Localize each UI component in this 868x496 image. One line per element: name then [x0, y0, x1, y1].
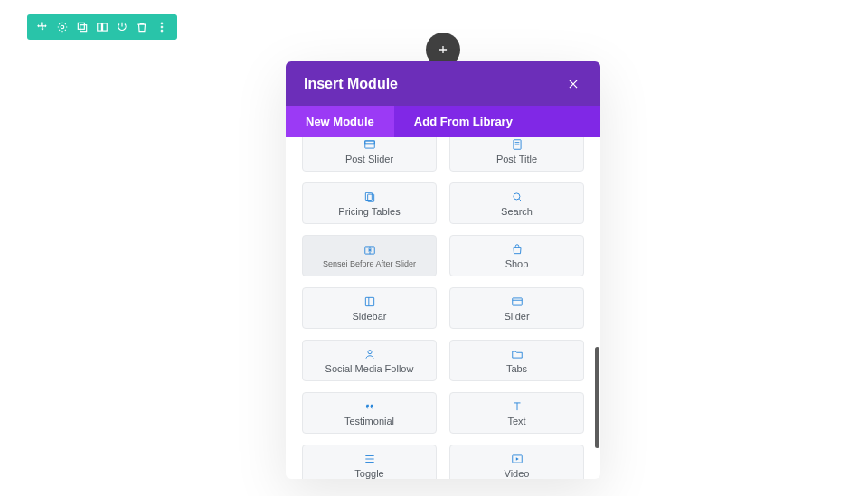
scrollbar-thumb[interactable]	[595, 347, 599, 448]
svg-rect-15	[365, 297, 373, 305]
play-frame-icon	[511, 295, 524, 308]
video-icon	[511, 453, 524, 465]
module-toggle[interactable]: Toggle	[302, 445, 437, 479]
duplicate-row-icon[interactable]	[72, 14, 92, 40]
module-label: Toggle	[354, 468, 383, 479]
svg-point-6	[161, 26, 163, 28]
gear-icon[interactable]	[52, 14, 72, 40]
module-search[interactable]: Search	[449, 182, 584, 224]
rows-icon	[363, 453, 376, 465]
page-icon	[511, 138, 524, 151]
insert-module-modal: Insert Module New Module Add From Librar…	[286, 61, 600, 479]
tab-add-from-library[interactable]: Add From Library	[394, 106, 533, 137]
svg-point-17	[367, 350, 371, 353]
svg-rect-12	[367, 194, 373, 201]
module-video[interactable]: Video	[449, 445, 584, 479]
modal-tabs: New Module Add From Library	[286, 106, 600, 137]
module-tabs[interactable]: Tabs	[449, 340, 584, 381]
svg-rect-3	[98, 23, 102, 31]
section-toolbar	[27, 14, 177, 40]
module-label: Social Media Follow	[326, 363, 414, 374]
modal-header: Insert Module	[286, 61, 600, 106]
module-label: Testimonial	[344, 416, 394, 426]
compare-icon	[363, 244, 376, 257]
power-icon[interactable]	[112, 14, 132, 40]
module-label: Video	[505, 468, 530, 479]
modal-title: Insert Module	[304, 76, 398, 92]
trash-icon[interactable]	[132, 14, 152, 40]
svg-point-13	[513, 192, 519, 199]
module-social-media-follow[interactable]: Social Media Follow	[302, 340, 437, 381]
svg-rect-4	[103, 23, 108, 31]
module-label: Shop	[505, 258, 529, 269]
copy-icon	[363, 191, 376, 203]
module-label: Post Slider	[345, 154, 393, 164]
svg-rect-2	[80, 25, 87, 32]
svg-rect-1	[78, 23, 84, 29]
more-icon[interactable]	[152, 14, 172, 40]
text-icon	[511, 400, 524, 413]
panel-icon	[363, 295, 376, 308]
svg-point-5	[161, 23, 163, 24]
search-icon	[511, 191, 524, 203]
module-slider[interactable]: Slider	[449, 287, 584, 329]
module-post-title[interactable]: Post Title	[449, 137, 584, 172]
columns-icon[interactable]	[92, 14, 112, 40]
module-label: Sensei Before After Slider	[323, 259, 416, 268]
module-label: Pricing Tables	[338, 206, 400, 217]
move-icon[interactable]	[33, 14, 52, 40]
module-label: Tabs	[506, 363, 527, 374]
quote-icon	[363, 400, 376, 413]
svg-rect-9	[364, 140, 374, 143]
module-label: Text	[507, 416, 525, 426]
person-icon	[363, 348, 376, 360]
module-pricing-tables[interactable]: Pricing Tables	[302, 182, 437, 224]
svg-point-7	[161, 30, 163, 32]
module-label: Slider	[504, 311, 529, 322]
module-text[interactable]: Text	[449, 392, 584, 434]
module-post-slider[interactable]: Post Slider	[302, 137, 437, 172]
module-sensei-before-after-slider[interactable]: Sensei Before After Slider	[302, 235, 437, 276]
svg-rect-8	[364, 140, 374, 147]
module-label: Sidebar	[353, 311, 387, 322]
module-label: Search	[501, 206, 533, 217]
module-testimonial[interactable]: Testimonial	[302, 392, 437, 434]
svg-point-0	[61, 25, 64, 29]
module-grid: Post SliderPost TitlePricing TablesSearc…	[302, 137, 584, 479]
module-shop[interactable]: Shop	[449, 235, 584, 276]
svg-rect-16	[512, 297, 522, 304]
svg-rect-11	[365, 192, 372, 200]
module-label: Post Title	[496, 154, 537, 164]
tab-new-module[interactable]: New Module	[286, 106, 394, 137]
module-sidebar[interactable]: Sidebar	[302, 287, 437, 329]
image-card-icon	[363, 138, 376, 151]
close-icon[interactable]	[564, 75, 582, 93]
modal-body: Post SliderPost TitlePricing TablesSearc…	[286, 137, 600, 479]
folder-icon	[511, 348, 524, 360]
bag-icon	[511, 243, 524, 256]
